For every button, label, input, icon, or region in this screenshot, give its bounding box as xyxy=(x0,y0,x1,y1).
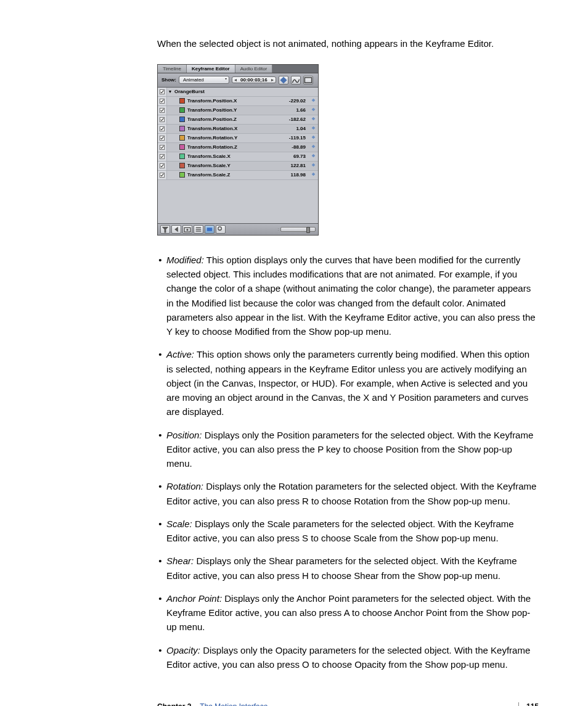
visibility-checkbox[interactable] xyxy=(158,162,167,170)
parameter-row[interactable]: Transform.Scale.Y122.81 xyxy=(158,162,318,171)
keyframe-diamond-icon[interactable] xyxy=(308,163,318,168)
visibility-checkbox[interactable] xyxy=(158,88,167,96)
filter-button[interactable] xyxy=(160,225,170,234)
snapshot-button[interactable] xyxy=(182,225,192,234)
item-term: Opacity: xyxy=(166,645,200,655)
visibility-checkbox[interactable] xyxy=(158,125,167,133)
panel-toolbar: Show: Animated ◂ 00:00:03;16 ▸ xyxy=(158,73,318,88)
visibility-checkbox[interactable] xyxy=(158,106,167,115)
show-popup[interactable]: Animated xyxy=(179,76,229,84)
tab-audio-editor[interactable]: Audio Editor xyxy=(235,65,273,73)
parameter-value[interactable]: -229.02 xyxy=(279,98,308,104)
keyframe-diamond-icon[interactable] xyxy=(308,126,318,131)
zoom-slider[interactable] xyxy=(280,227,316,232)
svg-marker-18 xyxy=(311,163,315,167)
disclosure-triangle-icon[interactable]: ▼ xyxy=(167,89,173,94)
svg-marker-6 xyxy=(311,108,315,112)
parameter-row[interactable]: Transform.Rotation.X1.04 xyxy=(158,125,318,134)
parameter-row[interactable]: Transform.Position.Y1.66 xyxy=(158,106,318,115)
list-item: •Rotation: Displays only the Rotation pa… xyxy=(154,479,539,508)
prev-keyframe-button[interactable] xyxy=(171,225,181,234)
page-number: 115 xyxy=(518,702,539,706)
visibility-checkbox[interactable] xyxy=(158,152,167,161)
list-view-button[interactable] xyxy=(194,225,203,234)
keyframe-diamond-icon[interactable] xyxy=(308,117,318,122)
time-prev-icon[interactable]: ◂ xyxy=(232,77,239,83)
empty-rows xyxy=(158,180,318,223)
group-row[interactable]: ▼ OrangeBurst xyxy=(158,88,318,97)
action-menu-button[interactable] xyxy=(216,225,226,234)
parameter-value[interactable]: 69.73 xyxy=(279,154,308,159)
intro-text: When the selected object is not animated… xyxy=(157,37,539,51)
item-body: Scale: Displays only the Scale parameter… xyxy=(166,517,539,546)
parameter-row[interactable]: Transform.Rotation.Z-88.89 xyxy=(158,143,318,152)
tab-keyframe-editor[interactable]: Keyframe Editor xyxy=(187,65,235,73)
item-body: Position: Displays only the Position par… xyxy=(166,428,539,471)
list-item: •Opacity: Displays only the Opacity para… xyxy=(154,643,539,672)
item-term: Position: xyxy=(166,430,202,440)
item-term: Anchor Point: xyxy=(166,593,222,604)
item-description: This option shows only the parameters cu… xyxy=(166,349,529,417)
parameter-row[interactable]: Transform.Position.X-229.02 xyxy=(158,97,318,106)
parameter-name: Transform.Position.X xyxy=(187,98,279,104)
item-body: Opacity: Displays only the Opacity param… xyxy=(166,643,539,672)
visibility-checkbox[interactable] xyxy=(158,134,167,142)
color-swatch xyxy=(179,126,185,131)
parameter-row[interactable]: Transform.Scale.Z118.98 xyxy=(158,171,318,180)
svg-marker-20 xyxy=(311,173,315,176)
item-term: Active: xyxy=(166,349,194,359)
item-term: Modified: xyxy=(166,255,204,265)
visibility-checkbox[interactable] xyxy=(158,171,167,179)
add-keyframe-button[interactable] xyxy=(279,76,288,84)
clip-view-button[interactable] xyxy=(205,225,214,234)
item-body: Shear: Displays only the Shear parameter… xyxy=(166,554,539,583)
parameter-value[interactable]: 1.04 xyxy=(279,126,308,131)
keyframe-diamond-icon[interactable] xyxy=(308,172,318,178)
parameter-row[interactable]: Transform.Position.Z-182.62 xyxy=(158,115,318,125)
item-body: Modified: This option displays only the … xyxy=(166,253,539,339)
svg-rect-28 xyxy=(207,228,212,231)
list-item: •Position: Displays only the Position pa… xyxy=(154,428,539,471)
svg-point-24 xyxy=(186,229,188,231)
parameter-name: Transform.Rotation.X xyxy=(187,126,279,131)
svg-marker-0 xyxy=(280,76,287,83)
parameter-name: Transform.Scale.X xyxy=(187,154,279,159)
timecode-field[interactable]: ◂ 00:00:03;16 ▸ xyxy=(232,76,276,83)
page-footer: Chapter 2 The Motion Interface 115 xyxy=(157,702,539,706)
visibility-checkbox[interactable] xyxy=(158,97,167,105)
time-next-icon[interactable]: ▸ xyxy=(269,77,276,83)
curve-snapshot-button[interactable] xyxy=(291,76,301,84)
keyframe-diamond-icon[interactable] xyxy=(308,144,318,150)
color-swatch xyxy=(179,144,185,150)
parameter-row[interactable]: Transform.Scale.X69.73 xyxy=(158,152,318,162)
parameter-row[interactable]: Transform.Rotation.Y-119.15 xyxy=(158,134,318,143)
visibility-checkbox[interactable] xyxy=(158,115,167,124)
list-item: •Active: This option shows only the para… xyxy=(154,347,539,419)
parameter-value[interactable]: 1.66 xyxy=(279,107,308,113)
parameter-value[interactable]: -88.89 xyxy=(279,144,308,150)
color-swatch xyxy=(179,135,185,141)
keyframe-diamond-icon[interactable] xyxy=(308,135,318,141)
keyframe-diamond-icon[interactable] xyxy=(308,98,318,104)
item-description: Displays only the Shear parameters for t… xyxy=(166,556,517,580)
parameter-value[interactable]: 122.81 xyxy=(279,163,308,168)
parameter-name: Transform.Scale.Y xyxy=(187,163,279,168)
fit-view-button[interactable] xyxy=(303,76,313,84)
item-description: This option displays only the curves tha… xyxy=(166,255,536,337)
parameter-name: Transform.Position.Z xyxy=(187,117,279,122)
visibility-checkbox[interactable] xyxy=(158,143,167,152)
color-swatch xyxy=(179,172,185,178)
parameter-value[interactable]: -119.15 xyxy=(279,135,308,141)
svg-point-29 xyxy=(218,227,222,231)
bullet-icon: • xyxy=(154,479,166,508)
keyframe-diamond-icon[interactable] xyxy=(308,107,318,113)
parameter-value[interactable]: -182.62 xyxy=(279,117,308,122)
item-term: Scale: xyxy=(166,519,192,529)
parameter-name: Transform.Rotation.Z xyxy=(187,144,279,150)
parameter-value[interactable]: 118.98 xyxy=(279,172,308,178)
tab-timeline[interactable]: Timeline xyxy=(158,65,187,73)
keyframe-diamond-icon[interactable] xyxy=(308,154,318,159)
color-swatch xyxy=(179,154,185,159)
bullet-icon: • xyxy=(154,428,166,471)
bullet-icon: • xyxy=(154,591,166,634)
